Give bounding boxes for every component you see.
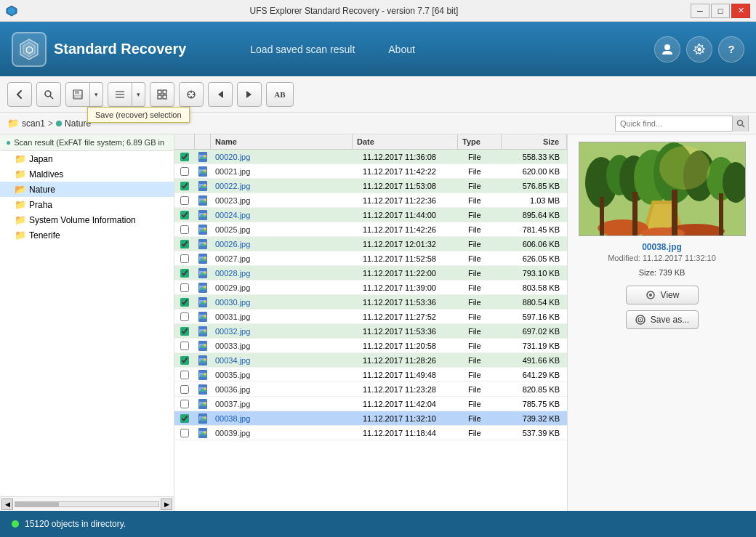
file-row[interactable]: 00031.jpg 11.12.2017 11:27:52 File 597.1… (174, 310, 567, 324)
tree-item-maldives[interactable]: 📁 Maldives (0, 166, 174, 182)
file-row[interactable]: 00037.jpg 11.12.2017 11:42:04 File 785.7… (174, 397, 567, 411)
search-input[interactable] (616, 119, 732, 128)
file-row[interactable]: 00038.jpg 11.12.2017 11:32:10 File 739.3… (174, 411, 567, 426)
file-checkbox[interactable] (180, 283, 189, 292)
save-tooltip: Save (recover) selection (87, 107, 190, 123)
file-row[interactable]: 00026.jpg 11.12.2017 12:01:32 File 606.0… (174, 237, 567, 251)
file-name-cell[interactable]: 00036.jpg (211, 384, 358, 395)
header-type[interactable]: Type (458, 134, 502, 149)
file-checkbox[interactable] (180, 182, 189, 190)
file-name-cell[interactable]: 00033.jpg (211, 341, 358, 351)
file-row[interactable]: 00032.jpg 11.12.2017 11:53:36 File 697.0… (174, 324, 567, 339)
close-button[interactable]: ✕ (731, 4, 750, 18)
tree-item-nature[interactable]: 📂 Nature (0, 182, 174, 197)
header-date[interactable]: Date (353, 134, 458, 149)
file-name-cell[interactable]: 00031.jpg (211, 312, 358, 322)
breadcrumb-scan[interactable]: scan1 (22, 118, 45, 129)
file-checkbox[interactable] (180, 254, 189, 263)
file-icon-cell (195, 413, 211, 424)
header-name[interactable]: Name (211, 134, 353, 149)
file-name-cell[interactable]: 00029.jpg (211, 283, 358, 293)
minimize-button[interactable]: ─ (691, 4, 709, 18)
file-name-cell[interactable]: 00034.jpg (211, 355, 358, 366)
tree-item-sysvolinfo[interactable]: 📁 System Volume Information (0, 212, 174, 227)
scan-settings-button[interactable] (179, 82, 204, 107)
file-checkbox[interactable] (180, 312, 189, 321)
save-dropdown-button[interactable]: ▾ (90, 82, 103, 107)
file-row[interactable]: 00022.jpg 11.12.2017 11:53:08 File 576.8… (174, 179, 567, 193)
file-row[interactable]: 00033.jpg 11.12.2017 11:20:58 File 731.1… (174, 339, 567, 353)
maximize-button[interactable]: □ (711, 4, 730, 18)
file-name-cell[interactable]: 00028.jpg (211, 268, 358, 278)
file-checkbox[interactable] (180, 400, 189, 408)
search-button[interactable] (36, 82, 61, 107)
file-row[interactable]: 00028.jpg 11.12.2017 11:22:00 File 793.1… (174, 266, 567, 280)
header-size[interactable]: Size (502, 134, 567, 149)
file-row[interactable]: 00029.jpg 11.12.2017 11:39:00 File 803.5… (174, 280, 567, 295)
file-type-icon (198, 297, 207, 307)
file-checkbox[interactable] (180, 356, 189, 365)
file-name-cell[interactable]: 00037.jpg (211, 399, 358, 409)
file-row[interactable]: 00030.jpg 11.12.2017 11:53:36 File 880.5… (174, 295, 567, 310)
nav-about[interactable]: About (382, 41, 421, 58)
back-button[interactable] (7, 82, 32, 107)
file-checkbox[interactable] (180, 429, 189, 437)
file-row[interactable]: 00024.jpg 11.12.2017 11:44:00 File 895.6… (174, 208, 567, 222)
file-name-cell[interactable]: 00038.jpg (211, 413, 358, 424)
search-submit-button[interactable] (732, 116, 748, 132)
save-icon (635, 314, 646, 326)
file-name-cell[interactable]: 00020.jpg (211, 152, 358, 162)
save-as-button[interactable]: Save as... (626, 310, 699, 329)
file-row[interactable]: 00023.jpg 11.12.2017 11:22:36 File 1.03 … (174, 193, 567, 208)
file-name-cell[interactable]: 00035.jpg (211, 370, 358, 380)
file-name-cell[interactable]: 00030.jpg (211, 297, 358, 307)
file-name-cell[interactable]: 00021.jpg (211, 166, 358, 177)
view-button[interactable]: View (626, 286, 699, 304)
tree-item-tenerife[interactable]: 📁 Tenerife (0, 227, 174, 243)
prev-button[interactable] (208, 82, 233, 107)
file-name-cell[interactable]: 00025.jpg (211, 225, 358, 235)
scroll-left-button[interactable]: ◀ (1, 498, 13, 510)
preview-text-button[interactable]: AB (266, 82, 294, 107)
file-name-cell[interactable]: 00032.jpg (211, 326, 358, 336)
grid-button[interactable] (150, 82, 174, 107)
file-name-cell[interactable]: 00022.jpg (211, 181, 358, 191)
tree-item-japan[interactable]: 📁 Japan (0, 151, 174, 166)
file-checkbox[interactable] (180, 211, 189, 219)
file-name-cell[interactable]: 00039.jpg (211, 428, 358, 438)
file-checkbox[interactable] (180, 385, 189, 394)
list-button[interactable] (108, 82, 132, 107)
file-checkbox[interactable] (180, 167, 189, 176)
file-checkbox[interactable] (180, 153, 189, 161)
file-name-cell[interactable]: 00023.jpg (211, 195, 358, 206)
file-row[interactable]: 00020.jpg 11.12.2017 11:36:08 File 558.3… (174, 150, 567, 164)
save-button[interactable] (65, 82, 90, 107)
scroll-right-button[interactable]: ▶ (161, 498, 172, 510)
settings-button[interactable] (686, 36, 712, 62)
file-checkbox[interactable] (180, 269, 189, 278)
file-checkbox[interactable] (180, 371, 189, 379)
file-row[interactable]: 00035.jpg 11.12.2017 11:49:48 File 641.2… (174, 368, 567, 382)
list-dropdown-button[interactable]: ▾ (132, 82, 145, 107)
file-row[interactable]: 00025.jpg 11.12.2017 11:42:26 File 781.4… (174, 222, 567, 237)
file-checkbox[interactable] (180, 342, 189, 350)
tree-item-praha[interactable]: 📁 Praha (0, 197, 174, 212)
file-name-cell[interactable]: 00026.jpg (211, 239, 358, 249)
file-row[interactable]: 00036.jpg 11.12.2017 11:23:28 File 820.8… (174, 382, 567, 397)
user-button[interactable] (654, 36, 680, 62)
nav-load-scan[interactable]: Load saved scan result (244, 41, 361, 58)
file-checkbox[interactable] (180, 240, 189, 249)
file-checkbox[interactable] (180, 327, 189, 336)
file-row[interactable]: 00039.jpg 11.12.2017 11:18:44 File 537.3… (174, 426, 567, 440)
file-name-cell[interactable]: 00024.jpg (211, 210, 358, 220)
file-row[interactable]: 00021.jpg 11.12.2017 11:42:22 File 620.0… (174, 164, 567, 179)
next-button[interactable] (237, 82, 262, 107)
file-checkbox[interactable] (180, 225, 189, 234)
file-row[interactable]: 00034.jpg 11.12.2017 11:28:26 File 491.6… (174, 353, 567, 368)
file-checkbox[interactable] (180, 196, 189, 205)
file-checkbox[interactable] (180, 414, 189, 423)
file-checkbox[interactable] (180, 298, 189, 307)
file-row[interactable]: 00027.jpg 11.12.2017 11:52:58 File 626.0… (174, 251, 567, 266)
file-name-cell[interactable]: 00027.jpg (211, 254, 358, 264)
help-button[interactable]: ? (718, 36, 744, 62)
